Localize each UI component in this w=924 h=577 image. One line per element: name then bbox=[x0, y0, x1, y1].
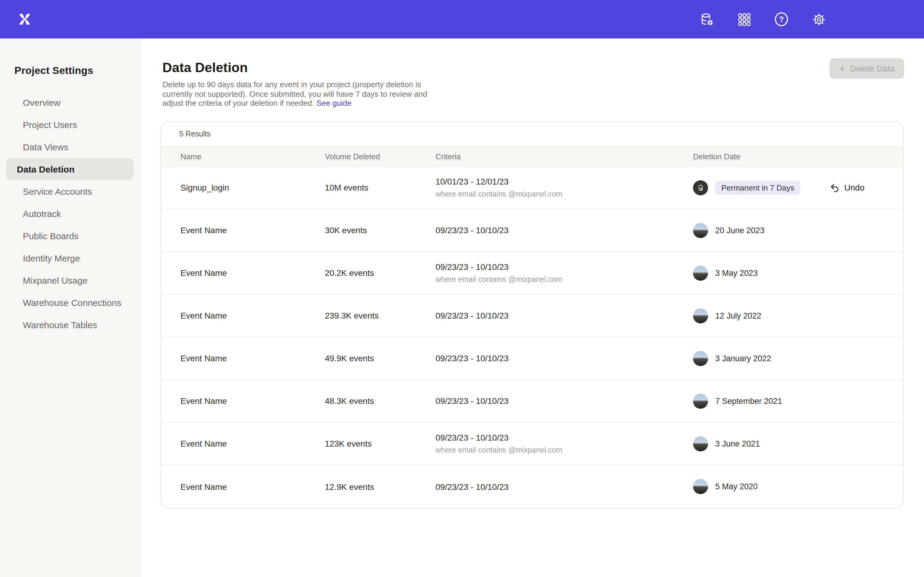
page-description: Delete up to 90 days data for any event … bbox=[162, 80, 430, 108]
row-name: Event Name bbox=[181, 353, 325, 363]
row-criteria: 09/23/23 - 10/10/23 bbox=[436, 353, 693, 363]
table-row: Event Name 30K events 09/23/23 - 10/10/2… bbox=[161, 209, 903, 252]
results-count: 5 Results bbox=[161, 122, 903, 146]
avatar bbox=[693, 351, 708, 366]
avatar bbox=[693, 393, 708, 408]
table-row: Signup_login 10M events 10/01/23 - 12/01… bbox=[161, 166, 903, 209]
row-criteria: 09/23/23 - 10/10/23 bbox=[436, 396, 693, 406]
deletion-date-text: 3 May 2023 bbox=[715, 268, 758, 277]
row-criteria-range: 09/23/23 - 10/10/23 bbox=[436, 433, 693, 442]
topbar: ? bbox=[0, 0, 924, 39]
deletion-date-text: 12 July 2022 bbox=[715, 311, 761, 320]
column-header-criteria: Criteria bbox=[436, 152, 693, 161]
row-deletion-date: 3 May 2023 bbox=[693, 265, 903, 280]
permanent-badge: Permanent in 7 Days bbox=[715, 181, 800, 195]
deletions-table-card: 5 Results Name Volume Deleted Criteria D… bbox=[161, 121, 903, 508]
mixpanel-logo[interactable] bbox=[17, 11, 32, 27]
row-volume: 20.2K events bbox=[325, 268, 436, 278]
row-name: Event Name bbox=[181, 439, 325, 448]
row-volume: 49.9K events bbox=[325, 353, 436, 363]
delete-data-button[interactable]: + Delete Data bbox=[830, 58, 904, 79]
row-name: Event Name bbox=[181, 482, 325, 492]
see-guide-link[interactable]: See guide bbox=[317, 98, 352, 108]
row-criteria-range: 09/23/23 - 10/10/23 bbox=[436, 311, 693, 320]
avatar bbox=[693, 436, 708, 451]
column-header-name: Name bbox=[181, 152, 325, 161]
svg-text:?: ? bbox=[779, 15, 784, 24]
undo-icon bbox=[829, 182, 840, 193]
table-row: Event Name 49.9K events 09/23/23 - 10/10… bbox=[161, 337, 903, 380]
help-icon[interactable]: ? bbox=[774, 11, 789, 27]
row-criteria: 10/01/23 - 12/01/23 where email contains… bbox=[436, 177, 693, 198]
row-criteria-range: 10/01/23 - 12/01/23 bbox=[436, 177, 693, 186]
table-row: Event Name 48.3K events 09/23/23 - 10/10… bbox=[161, 380, 903, 422]
app-window: ? Project Settings Overview Project User… bbox=[0, 0, 924, 577]
sidebar-item-data-deletion[interactable]: Data Deletion bbox=[6, 158, 134, 180]
deletion-date-text: 7 September 2021 bbox=[715, 396, 782, 405]
row-criteria: 09/23/23 - 10/10/23 where email contains… bbox=[436, 433, 693, 455]
avatar bbox=[693, 265, 708, 280]
plus-icon: + bbox=[839, 63, 845, 74]
row-criteria-range: 09/23/23 - 10/10/23 bbox=[436, 262, 693, 272]
sidebar-item-autotrack[interactable]: Autotrack bbox=[6, 203, 134, 225]
row-deletion-date: 3 January 2022 bbox=[693, 351, 903, 366]
sidebar-item-service-accounts[interactable]: Service Accounts bbox=[6, 180, 134, 203]
table-row: Event Name 12.9K events 09/23/23 - 10/10… bbox=[161, 465, 903, 508]
row-name: Event Name bbox=[181, 226, 325, 235]
deletion-date-text: 3 June 2021 bbox=[715, 439, 760, 448]
sidebar-item-warehouse-connections[interactable]: Warehouse Connections bbox=[6, 292, 134, 314]
column-header-deletion-date: Deletion Date bbox=[693, 152, 903, 161]
row-criteria: 09/23/23 - 10/10/23 bbox=[436, 482, 693, 492]
row-name: Event Name bbox=[181, 268, 325, 278]
deletion-date-text: 20 June 2023 bbox=[715, 226, 764, 235]
sidebar-item-project-users[interactable]: Project Users bbox=[6, 114, 134, 136]
delete-data-button-label: Delete Data bbox=[850, 64, 895, 73]
row-deletion-date: 12 July 2022 bbox=[693, 308, 903, 323]
avatar bbox=[693, 180, 708, 195]
row-deletion-date: 3 June 2021 bbox=[693, 436, 903, 451]
table-row: Event Name 239.3K events 09/23/23 - 10/1… bbox=[161, 295, 903, 337]
avatar bbox=[693, 479, 708, 494]
row-name: Event Name bbox=[181, 311, 325, 320]
table-row: Event Name 20.2K events 09/23/23 - 10/10… bbox=[161, 252, 903, 295]
row-deletion-date: 20 June 2023 bbox=[693, 223, 903, 238]
table-header-row: Name Volume Deleted Criteria Deletion Da… bbox=[161, 146, 903, 166]
undo-label: Undo bbox=[844, 183, 864, 192]
row-criteria-range: 09/23/23 - 10/10/23 bbox=[436, 226, 693, 235]
row-criteria: 09/23/23 - 10/10/23 bbox=[436, 311, 693, 320]
row-name: Signup_login bbox=[181, 183, 325, 192]
row-volume: 48.3K events bbox=[325, 396, 436, 406]
deletion-date-text: 5 May 2020 bbox=[715, 482, 758, 491]
sidebar-title: Project Settings bbox=[0, 39, 141, 77]
sidebar-item-mixpanel-usage[interactable]: Mixpanel Usage bbox=[6, 269, 134, 292]
row-volume: 123K events bbox=[325, 439, 436, 448]
row-criteria-filter: where email contains @mixpanel.com bbox=[436, 446, 693, 455]
table-row: Event Name 123K events 09/23/23 - 10/10/… bbox=[161, 422, 903, 465]
sidebar-item-data-views[interactable]: Data Views bbox=[6, 136, 134, 158]
sidebar-item-identity-merge[interactable]: Identity Merge bbox=[6, 247, 134, 269]
page-title: Data Deletion bbox=[162, 60, 924, 76]
row-deletion-date: 5 May 2020 bbox=[693, 479, 903, 494]
sidebar-item-public-boards[interactable]: Public Boards bbox=[6, 225, 134, 247]
undo-button[interactable]: Undo bbox=[829, 182, 864, 193]
deletion-date-text: 3 January 2022 bbox=[715, 354, 771, 363]
row-name: Event Name bbox=[181, 396, 325, 406]
row-volume: 12.9K events bbox=[325, 482, 436, 492]
row-criteria: 09/23/23 - 10/10/23 bbox=[436, 226, 693, 235]
row-criteria-filter: where email contains @mixpanel.com bbox=[436, 275, 693, 284]
column-header-volume: Volume Deleted bbox=[325, 152, 436, 161]
sidebar-item-warehouse-tables[interactable]: Warehouse Tables bbox=[6, 314, 134, 336]
row-deletion-date: Permanent in 7 Days Undo bbox=[693, 180, 903, 195]
page-description-text: Delete up to 90 days data for any event … bbox=[162, 80, 427, 108]
settings-gear-icon[interactable] bbox=[811, 11, 827, 27]
row-criteria-range: 09/23/23 - 10/10/23 bbox=[436, 482, 693, 492]
row-criteria: 09/23/23 - 10/10/23 where email contains… bbox=[436, 262, 693, 284]
data-management-icon[interactable] bbox=[699, 11, 715, 27]
row-volume: 239.3K events bbox=[325, 311, 436, 320]
main-content: Data Deletion Delete up to 90 days data … bbox=[141, 39, 924, 577]
avatar bbox=[693, 223, 708, 238]
row-volume: 10M events bbox=[325, 183, 436, 192]
sidebar-item-overview[interactable]: Overview bbox=[6, 91, 134, 114]
apps-grid-icon[interactable] bbox=[736, 11, 752, 27]
row-criteria-range: 09/23/23 - 10/10/23 bbox=[436, 396, 693, 406]
